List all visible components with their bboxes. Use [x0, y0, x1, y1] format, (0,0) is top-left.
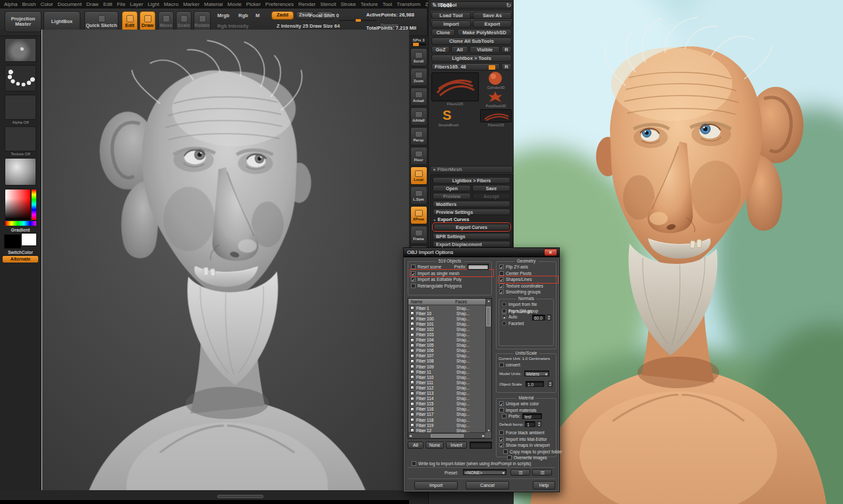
fiber-row[interactable]: ✓ Fiber 12 Shap...: [408, 428, 485, 432]
hscrollbar-thumb[interactable]: [431, 434, 464, 438]
fiber-checkbox[interactable]: ✓: [410, 386, 414, 390]
spix-track[interactable]: [412, 43, 426, 45]
menu-item[interactable]: Tool: [383, 1, 393, 7]
fiber-row[interactable]: ✓ Fiber 108 Shap...: [408, 359, 485, 364]
fiber-checkbox[interactable]: ✓: [410, 333, 414, 337]
fiber-checkbox[interactable]: ✓: [410, 322, 414, 326]
menu-item[interactable]: Color: [40, 1, 53, 7]
list-header[interactable]: Name Faces: [408, 299, 485, 305]
fiber-checkbox[interactable]: ✓: [410, 407, 414, 411]
checkbox[interactable]: [411, 265, 416, 269]
rgb-intensity-slider[interactable]: Rgb Intensity: [217, 23, 249, 29]
auto-angle-spinner[interactable]: ▴▾: [547, 315, 551, 320]
menu-item[interactable]: Edit: [103, 1, 113, 7]
faces-column-header[interactable]: Faces: [455, 299, 467, 304]
fiber-checkbox[interactable]: ✓: [410, 375, 414, 379]
menu-item[interactable]: Transform: [396, 1, 420, 7]
fiber-row[interactable]: ✓ Fiber 115 Shap...: [408, 401, 485, 407]
fiber-checkbox[interactable]: ✓: [410, 338, 414, 342]
menu-item[interactable]: Stencil: [320, 1, 336, 7]
fiber-checkbox[interactable]: ✓: [410, 397, 414, 401]
bpr-settings-section[interactable]: BPR Settings: [433, 233, 510, 239]
lightbox-tools-button[interactable]: Lightbox > Tools: [431, 55, 512, 62]
checkbox[interactable]: [507, 455, 512, 460]
export-curves-button[interactable]: Export Curves: [433, 224, 510, 230]
fiber-row[interactable]: ✓ Fiber 118 Shap...: [408, 417, 485, 422]
rgb-button[interactable]: Rgb: [238, 13, 248, 18]
dialog-checkbox-row[interactable]: Retriangulate Polygons: [411, 283, 493, 288]
main-color-swatch[interactable]: [4, 234, 21, 249]
help-button[interactable]: Help: [533, 481, 555, 490]
fiber-checkbox[interactable]: ✓: [410, 359, 414, 363]
fiber-checkbox[interactable]: ✓: [410, 413, 414, 416]
checkbox[interactable]: ✓: [411, 271, 416, 276]
modifiers-section[interactable]: Modifiers: [433, 201, 510, 207]
spix-slider[interactable]: SPix 3: [412, 38, 424, 42]
menu-item[interactable]: Alpha: [4, 1, 17, 7]
fiber-checkbox[interactable]: ✓: [410, 311, 414, 315]
object-scale-field[interactable]: 1.0: [526, 381, 544, 387]
accept-button[interactable]: Accept: [472, 193, 510, 199]
scrollbar-thumb[interactable]: [486, 307, 491, 326]
checkbox[interactable]: [412, 461, 416, 466]
fiber-checkbox[interactable]: ✓: [410, 423, 414, 427]
secondary-color-swatch[interactable]: [21, 233, 37, 246]
hue-strip-vertical[interactable]: [32, 189, 36, 220]
shelf-button[interactable]: Actual: [410, 88, 427, 106]
checkbox[interactable]: [499, 430, 504, 435]
dialog-title-bar[interactable]: OBJ Import Options: [404, 248, 559, 257]
preset-grid-button[interactable]: ⣿⣿: [510, 469, 530, 476]
convert-row[interactable]: convert:: [499, 362, 556, 367]
menu-item[interactable]: Texture: [360, 1, 377, 7]
fiber-checkbox[interactable]: ✓: [410, 370, 414, 374]
fiber-checkbox[interactable]: ✓: [410, 402, 414, 406]
default-bump-spinner[interactable]: ▴▾: [537, 421, 541, 427]
checkbox[interactable]: [499, 271, 504, 276]
dialog-checkbox-row[interactable]: Center Pivots: [499, 270, 557, 276]
sculpt-canvas[interactable]: [41, 30, 408, 490]
fiber-row[interactable]: ✓ Fiber 119 Shap...: [408, 422, 485, 428]
horizontal-scrollbar[interactable]: ◀ ▶: [408, 432, 485, 438]
menu-item[interactable]: Preferences: [265, 1, 294, 7]
fiber-checkbox[interactable]: ✓: [410, 418, 414, 422]
export-button[interactable]: Export: [473, 20, 512, 28]
fiber-row[interactable]: ✓ Fiber 1 Shap...: [408, 305, 485, 311]
menu-item[interactable]: Marker: [183, 1, 200, 7]
dialog-checkbox-row[interactable]: ✓ Flip ZY-axis: [499, 265, 557, 270]
goz-visible-button[interactable]: Visible: [470, 46, 500, 53]
polymesh3d-thumbnail[interactable]: [487, 91, 504, 104]
dialog-checkbox-row[interactable]: ✓ Import into Mat-Editor: [499, 436, 557, 441]
refresh-icon[interactable]: ↻: [506, 2, 511, 9]
select-none-button[interactable]: None: [425, 441, 444, 449]
fiber-checkbox[interactable]: ✓: [410, 316, 414, 320]
radio[interactable]: ●: [502, 315, 506, 319]
select-all-button[interactable]: All: [408, 441, 423, 449]
import-confirm-button[interactable]: Import: [414, 481, 458, 490]
checkbox[interactable]: ✓: [499, 284, 504, 288]
name-column-header[interactable]: Name: [411, 299, 422, 304]
menu-item[interactable]: Light: [148, 1, 159, 7]
fiber-row[interactable]: ✓ Fiber 100 Shap...: [408, 316, 485, 321]
dialog-radio-row[interactable]: From SM group: [502, 308, 555, 313]
checkbox[interactable]: [411, 284, 416, 288]
mrgb-button[interactable]: Mrgb: [217, 13, 229, 18]
invert-selection-button[interactable]: Invert: [446, 441, 467, 449]
shelf-button[interactable]: XPose: [410, 206, 427, 224]
scroll-right-icon[interactable]: ▶: [482, 434, 485, 438]
default-bump-field[interactable]: 1: [525, 421, 535, 427]
projection-master-button[interactable]: Projection Master: [5, 11, 41, 32]
shelf-button[interactable]: L.Sym: [410, 186, 427, 205]
z-intensity-slider[interactable]: Z Intensity 25: [277, 23, 308, 29]
dialog-radio-row[interactable]: Faceted: [502, 320, 555, 326]
write-log-row[interactable]: Write log to Import-folder (when using #…: [412, 461, 531, 466]
current-brush-thumbnail[interactable]: [5, 38, 36, 62]
menu-item[interactable]: Stroke: [340, 1, 356, 7]
shelf-button[interactable]: Persp: [410, 127, 427, 145]
menu-item[interactable]: Render: [298, 1, 315, 7]
radio[interactable]: [502, 302, 506, 307]
shelf-button[interactable]: Frame: [410, 226, 427, 244]
tool-name-slider[interactable]: Fibers165. 48: [431, 63, 500, 70]
radio[interactable]: [502, 309, 506, 313]
fiber-row[interactable]: ✓ Fiber 106 Shap...: [408, 348, 485, 353]
clone-all-subtools-button[interactable]: Clone All SubTools: [431, 38, 512, 45]
